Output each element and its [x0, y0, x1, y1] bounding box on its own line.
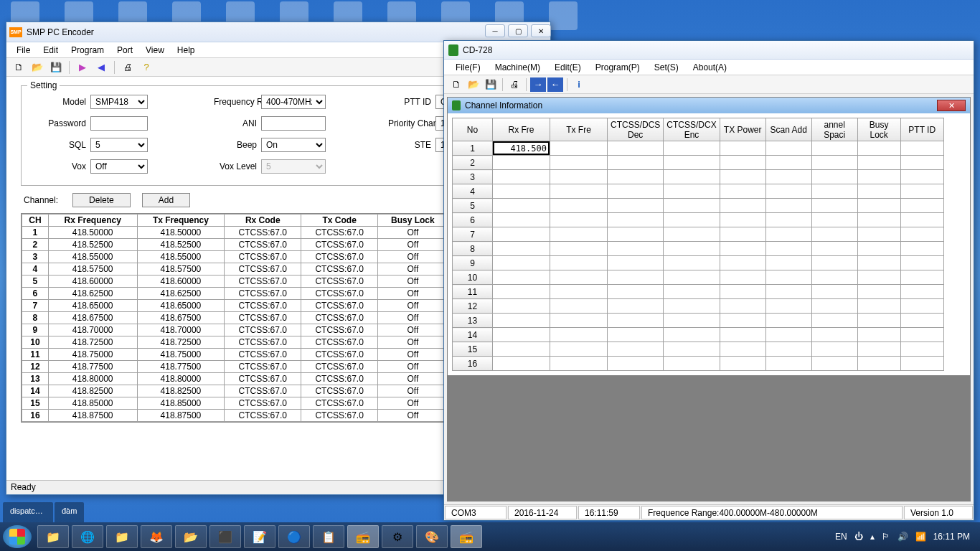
- col-header[interactable]: Tx Fre: [550, 118, 608, 141]
- col-header[interactable]: No: [453, 118, 493, 141]
- add-button[interactable]: Add: [142, 193, 190, 207]
- open-icon[interactable]: 📂: [29, 60, 45, 75]
- col-header[interactable]: Rx Fre: [493, 118, 550, 141]
- network-icon[interactable]: 📶: [915, 532, 926, 542]
- print-icon[interactable]: 🖨: [507, 77, 522, 92]
- flag-icon[interactable]: 🏳: [882, 532, 890, 542]
- close-button[interactable]: ✕: [531, 24, 551, 37]
- menu-view[interactable]: View: [140, 44, 170, 57]
- clock[interactable]: 16:11 PM: [933, 532, 970, 542]
- save-icon[interactable]: 💾: [483, 77, 499, 92]
- task-item[interactable]: 📻: [347, 525, 379, 548]
- tray-icon[interactable]: ⏻: [854, 532, 863, 542]
- task-item[interactable]: 📻: [451, 525, 482, 548]
- child-titlebar[interactable]: Channel Information ✕: [448, 98, 970, 113]
- col-header[interactable]: Rx Frequency: [48, 215, 137, 227]
- help-icon[interactable]: ?: [138, 60, 154, 75]
- menu-about[interactable]: About(A): [686, 61, 734, 74]
- menu-help[interactable]: Help: [171, 44, 201, 57]
- language-indicator[interactable]: EN: [835, 532, 847, 542]
- titlebar[interactable]: CD-728: [444, 41, 974, 60]
- col-header[interactable]: TX Power: [720, 118, 765, 141]
- open-icon[interactable]: 📂: [466, 77, 481, 92]
- task-item[interactable]: ⚙: [382, 525, 413, 548]
- channel-info-grid[interactable]: NoRx FreTx FreCTCSS/DCS DecCTCSS/DCX Enc…: [452, 118, 966, 371]
- task-item[interactable]: 📁: [106, 525, 138, 548]
- task-item[interactable]: 🎨: [416, 525, 448, 548]
- menu-program[interactable]: Program(P): [588, 61, 647, 74]
- password-input[interactable]: [90, 116, 148, 131]
- table-row[interactable]: 13: [453, 314, 944, 328]
- menu-port[interactable]: Port: [111, 44, 138, 57]
- freqrange-select[interactable]: 400-470MHz: [261, 95, 326, 109]
- write-icon[interactable]: ←: [547, 77, 563, 92]
- col-header[interactable]: Busy Lock: [378, 215, 448, 227]
- close-button[interactable]: ✕: [937, 100, 966, 111]
- delete-button[interactable]: Delete: [72, 193, 131, 207]
- table-row[interactable]: 1: [453, 141, 944, 156]
- table-row[interactable]: 3: [453, 170, 944, 184]
- menu-file[interactable]: File: [11, 44, 36, 57]
- col-header[interactable]: CTCSS/DCS Dec: [608, 118, 664, 141]
- table-row[interactable]: 16: [453, 357, 944, 371]
- model-select[interactable]: SMP418: [90, 95, 148, 109]
- task-item[interactable]: 🌐: [72, 525, 103, 548]
- table-row[interactable]: 2: [453, 156, 944, 170]
- menu-file[interactable]: File(F): [448, 61, 488, 74]
- col-header[interactable]: CH: [22, 215, 49, 227]
- start-button[interactable]: [3, 525, 32, 548]
- col-header[interactable]: Tx Frequency: [137, 215, 225, 227]
- write-icon[interactable]: ◀: [93, 60, 109, 75]
- col-header[interactable]: Scan Add: [765, 118, 811, 141]
- table-row[interactable]: 5: [453, 199, 944, 213]
- menu-machine[interactable]: Machine(M): [488, 61, 547, 74]
- col-header[interactable]: Tx Code: [301, 215, 378, 227]
- task-item[interactable]: ⬛: [209, 525, 241, 548]
- maximize-button[interactable]: ▢: [508, 24, 528, 37]
- table-row[interactable]: 10: [453, 270, 944, 285]
- menu-set[interactable]: Set(S): [647, 61, 686, 74]
- task-item[interactable]: 🦊: [141, 525, 172, 548]
- new-icon[interactable]: 🗋: [11, 60, 27, 75]
- save-icon[interactable]: 💾: [48, 60, 64, 75]
- ani-input[interactable]: [261, 116, 326, 131]
- task-item[interactable]: 📁: [37, 525, 69, 548]
- table-row[interactable]: 11: [453, 285, 944, 299]
- voxlevel-select[interactable]: 5: [261, 159, 326, 174]
- rxfre-edit[interactable]: [493, 141, 550, 155]
- tray-chevron-icon[interactable]: ▴: [870, 532, 875, 542]
- task-item[interactable]: 📂: [175, 525, 207, 548]
- sql-select[interactable]: 5: [90, 138, 148, 152]
- menu-program[interactable]: Program: [65, 44, 110, 57]
- print-icon[interactable]: 🖨: [120, 60, 136, 75]
- info-icon[interactable]: i: [571, 77, 587, 92]
- desktop-icon[interactable]: [549, 1, 578, 30]
- task-item[interactable]: 📋: [313, 525, 344, 548]
- taskbar-tab[interactable]: dispatcher ...: [3, 502, 53, 522]
- col-header[interactable]: Rx Code: [225, 215, 301, 227]
- table-row[interactable]: 12: [453, 299, 944, 314]
- col-header[interactable]: Busy Lock: [857, 118, 900, 141]
- minimize-button[interactable]: ─: [485, 24, 505, 37]
- menu-edit[interactable]: Edit(E): [547, 61, 588, 74]
- table-row[interactable]: 15: [453, 342, 944, 357]
- read-icon[interactable]: ▶: [75, 60, 90, 75]
- table-row[interactable]: 14: [453, 328, 944, 342]
- col-header[interactable]: annel Spaci: [811, 118, 857, 141]
- new-icon[interactable]: 🗋: [448, 77, 464, 92]
- table-row[interactable]: 4: [453, 184, 944, 199]
- task-item[interactable]: 📝: [244, 525, 275, 548]
- read-icon[interactable]: →: [530, 77, 546, 92]
- vox-select[interactable]: Off: [90, 159, 148, 174]
- table-row[interactable]: 7: [453, 227, 944, 242]
- beep-select[interactable]: On: [261, 138, 326, 152]
- table-row[interactable]: 9: [453, 256, 944, 270]
- menu-edit[interactable]: Edit: [37, 44, 64, 57]
- col-header[interactable]: PTT ID: [900, 118, 943, 141]
- col-header[interactable]: CTCSS/DCX Enc: [664, 118, 720, 141]
- volume-icon[interactable]: 🔊: [897, 532, 908, 542]
- table-row[interactable]: 8: [453, 242, 944, 256]
- task-item[interactable]: 🔵: [278, 525, 310, 548]
- taskbar-tab[interactable]: đàm: [55, 502, 84, 522]
- table-row[interactable]: 6: [453, 213, 944, 227]
